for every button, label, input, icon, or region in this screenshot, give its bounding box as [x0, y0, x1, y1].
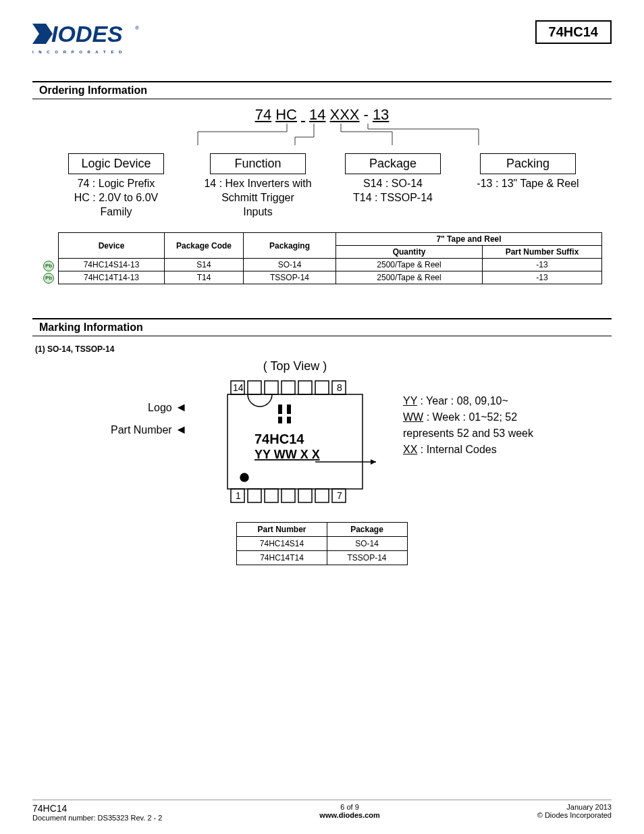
svg-text:8: 8 — [337, 382, 342, 393]
branch-lines-icon — [86, 124, 558, 151]
label-xx: XX : Internal Codes — [403, 442, 533, 458]
marking-section-title: Marking Information — [32, 318, 612, 336]
cell: TSSOP-14 — [327, 551, 407, 565]
footer-docnum: Document number: DS35323 Rev. 2 - 2 — [32, 814, 162, 822]
table-row: 74HC14T14 TSSOP-14 — [237, 551, 407, 565]
page-header: IODES ® I N C O R P O R A T E D 74HC14 — [32, 20, 612, 54]
footer-date: January 2013 — [537, 803, 612, 811]
ordering-section-title: Ordering Information — [32, 81, 612, 99]
svg-text:7: 7 — [337, 490, 342, 501]
packing-desc: -13 : 13" Tape & Reel — [477, 177, 579, 191]
th-tapereel: 7" Tape and Reel — [336, 233, 602, 246]
page-footer: 74HC14 Document number: DS35323 Rev. 2 -… — [32, 800, 612, 822]
label-yy: YY : Year : 08, 09,10~ — [403, 393, 533, 409]
cell: 2500/Tape & Reel — [336, 259, 483, 271]
svg-rect-9 — [298, 381, 312, 394]
pb-badge: Pb — [42, 273, 55, 284]
svg-marker-0 — [32, 24, 53, 44]
cell: 74HC14S14 — [237, 537, 327, 551]
svg-rect-19 — [315, 489, 329, 502]
svg-rect-18 — [298, 489, 312, 502]
cell: 74HC14T14 — [237, 551, 327, 565]
th-pn: Part Number — [237, 523, 327, 537]
cell: 74HC14T14-13 — [59, 271, 165, 284]
packing-box: Packing -13 : 13" Tape & Reel — [464, 153, 592, 219]
function-label: Function — [210, 153, 306, 174]
marking-diagram: Logo ◄ Part Number ◄ ( Top View ) 14 8 1 — [32, 359, 612, 509]
svg-rect-17 — [281, 489, 295, 502]
cell: S14 — [165, 259, 244, 271]
svg-rect-6 — [248, 381, 261, 394]
svg-text:14: 14 — [233, 382, 244, 393]
logic-device-box: Logic Device 74 : Logic Prefix HC : 2.0V… — [52, 153, 180, 219]
chip-icon: 14 8 1 7 — [207, 377, 383, 506]
svg-rect-7 — [265, 381, 278, 394]
brand-subtext: I N C O R P O R A T E D — [32, 50, 124, 54]
label-ww: WW : Week : 01~52; 52 — [403, 409, 533, 425]
part-number-box: 74HC14 — [535, 20, 612, 44]
cell: SO-14 — [244, 259, 336, 271]
ordering-diagram: 74 HC 14 XXX - 13 Logic Device 74 : Logi… — [32, 106, 612, 219]
table-row: 74HC14S14-13 S14 SO-14 2500/Tape & Reel … — [59, 259, 602, 271]
svg-rect-16 — [265, 489, 278, 502]
footer-url: www.diodes.com — [319, 811, 379, 819]
cell: 74HC14S14-13 — [59, 259, 165, 271]
topview-label: ( Top View ) — [207, 359, 383, 373]
package-box: Package S14 : SO-14 T14 : TSSOP-14 — [336, 153, 450, 219]
svg-rect-8 — [281, 381, 295, 394]
ordering-code: 74 HC 14 XXX - 13 — [32, 106, 612, 124]
ordering-table: Device Package Code Packaging 7" Tape an… — [58, 232, 602, 284]
marking-table: Part Number Package 74HC14S14 SO-14 74HC… — [236, 522, 407, 565]
cell: TSSOP-14 — [244, 271, 336, 284]
svg-point-22 — [240, 473, 248, 481]
th-pkgcode: Package Code — [165, 233, 244, 259]
svg-text:YY WW X X: YY WW X X — [254, 448, 320, 461]
th-packaging: Packaging — [244, 233, 336, 259]
svg-text:®: ® — [135, 25, 139, 31]
footer-partnum: 74HC14 — [32, 803, 162, 814]
function-desc: 14 : Hex Inverters with Schmitt Trigger … — [204, 177, 311, 219]
label-ww2: represents 52 and 53 week — [403, 425, 533, 442]
package-label: Package — [345, 153, 441, 174]
svg-text:IODES: IODES — [51, 21, 123, 47]
th-device: Device — [59, 233, 165, 259]
code-p5: 13 — [373, 106, 389, 124]
svg-text:1: 1 — [236, 490, 241, 501]
svg-marker-30 — [371, 459, 376, 465]
footer-pagenum: 6 of 9 — [319, 803, 379, 811]
table-row: 74HC14T14-13 T14 TSSOP-14 2500/Tape & Re… — [59, 271, 602, 284]
svg-text:74HC14: 74HC14 — [254, 432, 304, 446]
cell: SO-14 — [327, 537, 407, 551]
package-desc: S14 : SO-14 T14 : TSSOP-14 — [353, 177, 433, 205]
th-qty: Quantity — [336, 246, 483, 259]
th-pkg: Package — [327, 523, 407, 537]
svg-rect-24 — [287, 405, 291, 414]
svg-rect-23 — [278, 405, 282, 414]
logic-device-desc: 74 : Logic Prefix HC : 2.0V to 6.0V Fami… — [74, 177, 159, 219]
code-dash: - — [364, 106, 369, 124]
function-box: Function 14 : Hex Inverters with Schmitt… — [194, 153, 322, 219]
brand-logo: IODES ® I N C O R P O R A T E D — [32, 20, 140, 54]
code-p4: XXX — [330, 106, 360, 124]
label-logo: Logo ◄ — [111, 396, 187, 418]
svg-rect-26 — [287, 417, 291, 423]
logic-device-label: Logic Device — [68, 153, 164, 174]
cell: T14 — [165, 271, 244, 284]
svg-rect-25 — [278, 417, 282, 423]
code-p1: 74 — [255, 106, 271, 124]
code-p2: HC — [275, 106, 297, 124]
table-row: 74HC14S14 SO-14 — [237, 537, 407, 551]
marking-subheading: (1) SO-14, TSSOP-14 — [35, 344, 612, 354]
packing-label: Packing — [480, 153, 576, 174]
cell: 2500/Tape & Reel — [336, 271, 483, 284]
pb-badge: Pb — [42, 261, 55, 271]
svg-rect-15 — [248, 489, 261, 502]
cell: -13 — [483, 259, 602, 271]
label-partnumber: Part Number ◄ — [111, 419, 187, 440]
th-suffix: Part Number Suffix — [483, 246, 602, 259]
cell: -13 — [483, 271, 602, 284]
footer-copyright: © Diodes Incorporated — [537, 811, 612, 819]
code-p3: 14 — [309, 106, 325, 124]
svg-rect-10 — [315, 381, 329, 394]
